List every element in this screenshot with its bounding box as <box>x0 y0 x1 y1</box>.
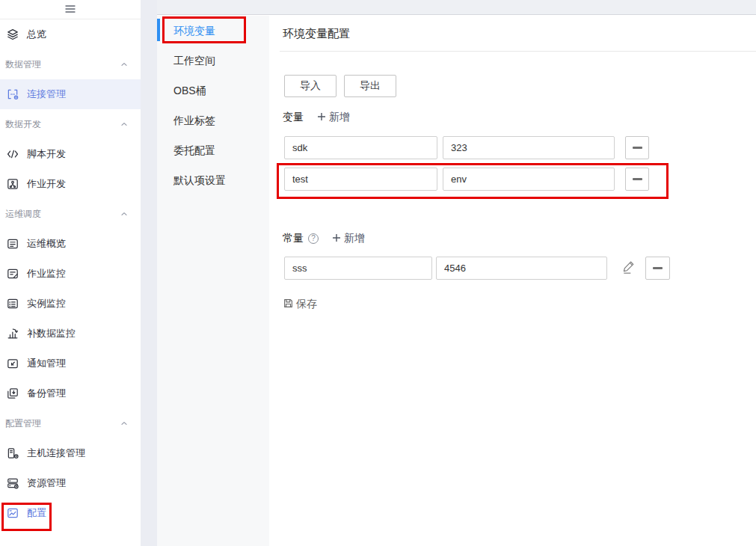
sidebar-item-script[interactable]: 脚本开发 <box>0 139 141 169</box>
sidebar-item-label: 总览 <box>27 28 46 41</box>
sidebar-gutter <box>141 0 157 546</box>
constants-rows <box>284 257 670 288</box>
tab-default-options[interactable]: 默认项设置 <box>157 165 269 195</box>
hamburger-icon <box>65 3 76 16</box>
connection-icon <box>6 88 19 101</box>
sidebar-group-header[interactable]: 数据管理 <box>0 49 141 79</box>
sidebar-group-label: 配置管理 <box>5 417 41 430</box>
script-icon <box>6 147 19 161</box>
chevron-up-icon <box>120 209 129 218</box>
sidebar-item-label: 备份管理 <box>27 387 66 400</box>
remove-variable-button[interactable] <box>625 136 649 159</box>
sidebar-item-notification[interactable]: 通知管理 <box>0 349 141 378</box>
variables-label: 变量 <box>283 111 304 124</box>
variable-name-input[interactable] <box>284 136 437 159</box>
constant-row <box>284 257 670 280</box>
tab-job-tags[interactable]: 作业标签 <box>157 105 269 135</box>
sidebar-item-layers[interactable]: 总览 <box>0 19 141 49</box>
top-band <box>157 0 756 15</box>
sidebar-item-job-monitor[interactable]: 作业监控 <box>0 259 141 289</box>
sidebar-group-label: 运维调度 <box>5 208 41 221</box>
remove-variable-button[interactable] <box>625 168 649 191</box>
sidebar-item-job[interactable]: 作业开发 <box>0 169 141 199</box>
edit-constant-button[interactable] <box>619 257 639 280</box>
minus-icon <box>633 178 642 180</box>
backup-icon <box>6 387 19 400</box>
host-icon <box>6 447 19 460</box>
sidebar-item-host[interactable]: 主机连接管理 <box>0 438 141 468</box>
constants-label: 常量 <box>283 232 304 245</box>
sidebar-item-label: 主机连接管理 <box>27 447 85 460</box>
chevron-up-icon <box>120 60 129 69</box>
sidebar-group-header[interactable]: 配置管理 <box>0 408 141 438</box>
plus-icon <box>332 233 341 245</box>
sidebar-item-label: 运维概览 <box>27 237 66 251</box>
minus-icon <box>653 267 663 269</box>
sidebar-item-overview-list[interactable]: 运维概览 <box>0 229 141 259</box>
export-button[interactable]: 导出 <box>344 75 396 97</box>
save-label: 保存 <box>296 298 317 311</box>
sidebar-group-label: 数据管理 <box>5 58 41 71</box>
sidebar-item-label: 通知管理 <box>27 357 66 370</box>
sidebar-item-label: 补数据监控 <box>27 327 76 340</box>
import-button[interactable]: 导入 <box>284 75 336 97</box>
sidebar-item-label: 连接管理 <box>27 88 66 101</box>
chevron-up-icon <box>120 419 129 428</box>
sidebar-item-label: 配置 <box>27 506 46 520</box>
sidebar-item-instance-monitor[interactable]: 实例监控 <box>0 289 141 319</box>
sidebar-item-backup[interactable]: 备份管理 <box>0 378 141 408</box>
variables-rows <box>284 136 649 199</box>
constant-name-input[interactable] <box>284 257 432 280</box>
chevron-up-icon <box>120 120 129 129</box>
variable-row <box>284 136 649 159</box>
tab-agency-config[interactable]: 委托配置 <box>157 135 269 165</box>
tab-obs-bucket[interactable]: OBS桶 <box>157 76 269 105</box>
tab-workspace[interactable]: 工作空间 <box>157 46 269 76</box>
overview-list-icon <box>6 237 19 251</box>
collapse-menu-button[interactable] <box>0 0 141 19</box>
minus-icon <box>633 147 642 149</box>
sidebar-item-resource[interactable]: 资源管理 <box>0 468 141 498</box>
plus-icon <box>317 111 326 123</box>
job-icon <box>6 177 19 191</box>
sidebar-nav: 总览数据管理连接管理数据开发脚本开发作业开发运维调度运维概览作业监控实例监控补数… <box>0 19 141 528</box>
add-constant-button[interactable]: 新增 <box>332 232 365 245</box>
sidebar-item-label: 作业开发 <box>27 177 66 191</box>
sidebar-item-label: 资源管理 <box>27 476 66 490</box>
layers-icon <box>6 28 19 41</box>
main-content: 环境变量配置 导入 导出 变量 新增 常量 新增 保存 <box>269 16 756 546</box>
page-title: 环境变量配置 <box>283 27 350 41</box>
constant-value-input[interactable] <box>436 257 607 280</box>
settings-tab-panel: 环境变量工作空间OBS桶作业标签委托配置默认项设置 <box>157 16 269 546</box>
variable-name-input[interactable] <box>284 168 437 191</box>
import-export-toolbar: 导入 导出 <box>284 75 396 97</box>
sidebar: 总览数据管理连接管理数据开发脚本开发作业开发运维调度运维概览作业监控实例监控补数… <box>0 0 141 546</box>
add-constant-label: 新增 <box>344 232 365 245</box>
sidebar-group-header[interactable]: 数据开发 <box>0 109 141 139</box>
sidebar-group-header[interactable]: 运维调度 <box>0 199 141 229</box>
variables-section-header: 变量 新增 <box>283 111 350 124</box>
floppy-disk-icon <box>283 298 294 311</box>
variable-row <box>284 168 649 191</box>
job-monitor-icon <box>6 267 19 280</box>
pencil-icon <box>621 259 638 278</box>
resource-icon <box>6 476 19 490</box>
constants-section-header: 常量 新增 <box>283 232 365 245</box>
sidebar-item-config[interactable]: 配置 <box>0 498 141 528</box>
add-variable-button[interactable]: 新增 <box>317 111 350 124</box>
variable-value-input[interactable] <box>443 168 615 191</box>
help-icon[interactable] <box>308 233 319 244</box>
sidebar-item-label: 作业监控 <box>27 267 66 280</box>
sidebar-item-connection[interactable]: 连接管理 <box>0 79 141 109</box>
sidebar-item-label: 实例监控 <box>27 297 66 310</box>
remove-constant-button[interactable] <box>645 257 670 280</box>
notification-icon <box>6 357 19 370</box>
sidebar-item-data-chart[interactable]: 补数据监控 <box>0 319 141 349</box>
sidebar-group-label: 数据开发 <box>5 118 41 131</box>
variable-value-input[interactable] <box>443 136 615 159</box>
tab-env-vars[interactable]: 环境变量 <box>157 16 269 46</box>
save-button[interactable]: 保存 <box>283 298 317 311</box>
sidebar-item-label: 脚本开发 <box>27 147 66 161</box>
data-chart-icon <box>6 327 19 340</box>
add-variable-label: 新增 <box>329 111 350 124</box>
